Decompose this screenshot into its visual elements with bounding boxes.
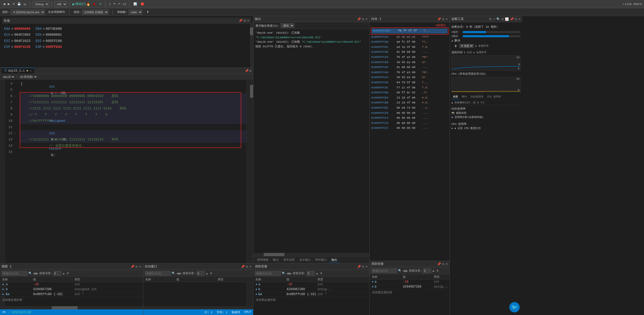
expand-editor-btn[interactable]: ⧉ xyxy=(249,69,252,73)
output-hscroll[interactable] xyxy=(253,253,369,256)
locals-nav-next[interactable]: ▶ xyxy=(289,272,292,275)
diag-tab-summary[interactable]: 摘要 xyxy=(451,94,460,99)
auto-search-input[interactable] xyxy=(145,271,171,276)
var-row-a[interactable]: ●a -10 int xyxy=(253,282,369,287)
locals-depth-down[interactable]: ▼ xyxy=(320,272,323,275)
diag-close-btn[interactable]: ✕ xyxy=(518,17,521,21)
memory-rows[interactable]: a的地址 0x005FFC80 f6 ff ff ff ?... 0x005FF… xyxy=(370,22,450,261)
mem-row-8[interactable]: 0x005FFCA0 f8 4f a3 00 ?0?. xyxy=(370,70,450,75)
mem-row-0[interactable]: 0x005FFC80 f6 ff ff ff ?... xyxy=(372,28,448,34)
var-bottom-b[interactable]: ●b 4294967286 unsig... xyxy=(370,284,450,289)
diag-float-btn[interactable]: ⧉ xyxy=(515,17,517,21)
output-close-btn[interactable]: ✕ xyxy=(365,17,368,21)
scope-select[interactable]: (全局范围) xyxy=(19,75,37,79)
mem-row-2[interactable]: 0x005FFC88 a8 fc 5f 00 ??_. xyxy=(370,40,450,45)
watch-search-input[interactable] xyxy=(2,271,27,276)
mem-row-15[interactable]: 0x005FFCBC 00 e0 73 00 ..s. xyxy=(370,106,450,111)
stack-nav-btn[interactable]: ⬆ xyxy=(146,10,150,14)
diag-pin-btn[interactable]: 📌 xyxy=(510,17,514,21)
code-line-8[interactable]: //1111 1111 1111 1111 1111 1111 1111 011… xyxy=(20,106,246,112)
pin-btn[interactable]: 📌 xyxy=(239,19,243,22)
forward-btn[interactable]: ▶ xyxy=(7,2,11,6)
output-pin-btn[interactable]: 📌 xyxy=(357,17,361,21)
diag-share-btn[interactable]: ↗ xyxy=(493,17,495,21)
code-line-12[interactable]: unsigned int b = -10; // 全部位都是有效位， xyxy=(20,130,246,137)
breakpoints-btn[interactable]: 🔴 xyxy=(140,2,145,6)
save-btn[interactable]: 💾 xyxy=(16,2,22,6)
mem-row-9[interactable]: 0x005FFCA4 20 55 a3 00 U?. xyxy=(370,75,450,80)
locals-bottom-depth-down[interactable]: ▼ xyxy=(436,269,439,273)
snapshot-label[interactable]: 截取快照 xyxy=(456,111,466,115)
auto-float-btn[interactable]: ⧉ xyxy=(246,265,248,268)
registers-scrollbar[interactable] xyxy=(250,22,253,68)
tab-breakpoints[interactable]: 断点 xyxy=(271,257,281,262)
restart-btn[interactable]: ↻ xyxy=(98,2,103,6)
memory-float-btn[interactable]: ⧉ xyxy=(442,17,444,21)
step-out-btn[interactable]: ↶ xyxy=(117,2,122,6)
diag-chart-btn[interactable]: 📈 xyxy=(505,17,509,21)
auto-depth-input[interactable] xyxy=(197,271,204,276)
output-dll-link-2[interactable]: C:\Windows\SysWOW64\ucrtbased.dll xyxy=(303,40,360,43)
mem-row-1[interactable]: 0x005FFC84 cc cc cc cc ???? xyxy=(370,35,450,40)
watch-close-btn[interactable]: ✕ xyxy=(139,265,141,268)
auto-close-btn[interactable]: ✕ xyxy=(249,265,252,268)
locals-bottom-close-btn[interactable]: ✕ xyxy=(445,262,448,266)
diag-tab-events[interactable]: 事件 xyxy=(460,94,468,99)
code-line-7[interactable]: //11111111 11111111 11111111 11110101 反码 xyxy=(20,99,246,106)
pin-editor-btn[interactable]: 📌 xyxy=(245,69,249,73)
pause-btn[interactable]: ⏸ xyxy=(453,44,458,48)
mem-row-7[interactable]: 0x005FFC9C 01 00 00 00 .... xyxy=(370,65,450,70)
auto-nav-prev[interactable]: ◀ xyxy=(176,272,179,275)
watch-row-b[interactable]: ● b 4294967286 unsigned int xyxy=(0,287,143,292)
watch-pin-btn[interactable]: 📌 xyxy=(131,265,134,268)
watch-nav-prev[interactable]: ◀ xyxy=(33,272,35,275)
memory-pin-btn[interactable]: 📌 xyxy=(437,17,441,21)
collapse-12[interactable]: ─ xyxy=(14,130,20,137)
thread-select[interactable]: [15960] 主线程 xyxy=(82,10,109,15)
tab-callstack[interactable]: 调用堆栈 xyxy=(255,257,270,262)
auto-pin-btn[interactable]: 📌 xyxy=(241,265,245,268)
auto-depth-down[interactable]: ▼ xyxy=(210,272,213,275)
watch-float-btn[interactable]: ⧉ xyxy=(135,265,138,268)
watch-depth-input[interactable] xyxy=(54,271,61,276)
fast-mode-btn[interactable]: ▼ 快照 xyxy=(464,51,472,54)
code-line-5[interactable]: int a = -10; xyxy=(20,87,246,93)
locals-bottom-depth-input[interactable] xyxy=(423,268,431,273)
locals-depth-input[interactable] xyxy=(307,271,315,276)
file-select[interactable]: day16 xyxy=(2,75,15,79)
var-row-b[interactable]: ●b 4294967286 unsig... xyxy=(253,287,369,292)
mem-row-17[interactable]: 0x005FFCC4 00 00 00 00 .... xyxy=(370,116,450,121)
save-all-btn[interactable]: 🗂 xyxy=(22,2,27,6)
locals-pin-btn[interactable]: 📌 xyxy=(357,265,361,268)
close-panel-btn[interactable]: ✕ xyxy=(247,19,249,22)
diag-search-btn[interactable]: 🔍 xyxy=(496,17,500,21)
auto-depth-up[interactable]: ▲ xyxy=(206,272,209,275)
locals-bottom-float-btn[interactable]: ⧉ xyxy=(442,262,444,266)
tab-immediate[interactable]: 即时窗口 xyxy=(313,257,329,262)
mem-row-6[interactable]: 0x005FFC98 20 55 a3 00 U?. xyxy=(370,60,450,65)
events-header[interactable]: ▲ 事件 xyxy=(451,38,521,43)
locals-float-btn[interactable]: ⧉ xyxy=(362,265,364,268)
mem-row-3[interactable]: 0x005FFC8C a3 1e 4f 00 ?.0. xyxy=(370,45,450,50)
add-watch-bottom[interactable]: 添加要监视的项 xyxy=(370,289,450,295)
add-watch-watch[interactable]: 添加要监视的项 xyxy=(0,297,143,303)
watch-row-amper[interactable]: ● &a 0x005ffc80 {-10} int * xyxy=(0,292,143,297)
run-to-cursor-btn[interactable]: ▷| xyxy=(122,2,127,6)
mem-row-13[interactable]: 0x005FFCB4 23 10 4f 00 #.0. xyxy=(370,95,450,101)
var-row-amper[interactable]: ●&a 0x005ffc80 {-10} int * xyxy=(253,292,369,297)
code-line-6[interactable]: //10000000 00000000 00000000 00001010 原码 xyxy=(20,93,246,99)
live-share-label[interactable]: Live Share xyxy=(625,3,642,6)
continue-button[interactable]: ▶ 继续(C) 🔥 xyxy=(72,2,90,6)
mem-row-14[interactable]: 0x005FFCB8 23 10 4f 00 #.0. xyxy=(370,100,450,106)
tab-close-btn[interactable]: ✕ xyxy=(30,69,31,72)
collapse-6[interactable]: ─ xyxy=(14,93,20,99)
platform-select[interactable]: x86 xyxy=(55,1,67,7)
locals-close-btn[interactable]: ✕ xyxy=(365,265,368,268)
process-select[interactable]: ✦ [25816] day16.exe xyxy=(11,10,45,15)
memory-close-btn[interactable]: ✕ xyxy=(445,17,448,21)
tab-output[interactable]: 输出 xyxy=(329,257,339,262)
tab-day15[interactable]: © day15_1.c ● ✕ xyxy=(2,68,35,74)
mem-row-5[interactable]: 0x005FFC94 f8 4f a3 00 ?0?. xyxy=(370,55,450,60)
watch-nav-next[interactable]: ▶ xyxy=(36,272,38,275)
auto-nav-next[interactable]: ▶ xyxy=(179,272,181,275)
